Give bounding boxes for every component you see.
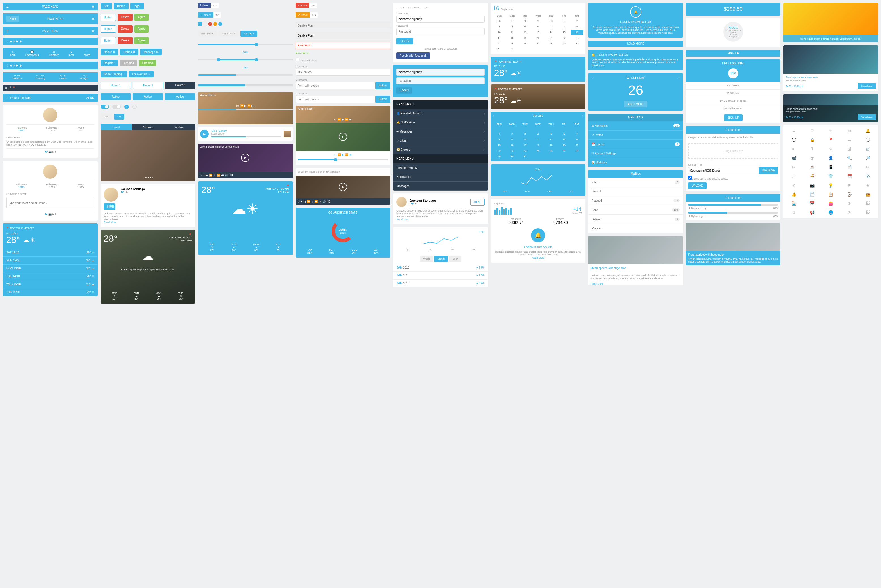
toggle-on[interactable] xyxy=(100,105,109,109)
checkbox[interactable] xyxy=(296,58,299,62)
add-icon[interactable]: ★Add xyxy=(69,50,74,57)
read-more[interactable]: Read More xyxy=(588,280,605,285)
cal-day[interactable]: 4 xyxy=(532,131,544,136)
cal-day[interactable]: 22 xyxy=(558,35,570,40)
cal-day[interactable]: 20 xyxy=(558,143,570,148)
cal-day[interactable]: 10 xyxy=(493,30,505,35)
dark-icon-bar[interactable]: ⚙ 🎤 📍 xyxy=(3,85,98,91)
error-input[interactable] xyxy=(296,42,391,49)
enabled-button[interactable]: Enabled xyxy=(139,60,156,66)
icon-bar-2[interactable]: ✎Edit 💬Comments ✉Contact ★Add ⋯More xyxy=(3,48,98,59)
add-tag[interactable]: Add Tag + xyxy=(240,31,258,36)
range-slider[interactable] xyxy=(198,56,293,63)
load-more-button[interactable]: LOAD MORE xyxy=(588,40,683,47)
cal-day[interactable]: 31 xyxy=(519,154,531,159)
tab-favorites[interactable]: Favorites xyxy=(132,124,164,130)
cal-day[interactable]: 23 xyxy=(506,148,518,153)
cal-day[interactable]: 28 xyxy=(571,148,583,153)
cal-day[interactable]: 15 xyxy=(558,30,570,35)
tab-month[interactable]: Month xyxy=(434,256,448,262)
file-path-input[interactable] xyxy=(688,167,759,174)
cal-day[interactable]: 3 xyxy=(519,131,531,136)
button[interactable]: Button xyxy=(100,14,116,21)
cal-day[interactable]: 29 xyxy=(493,154,505,159)
tab-latest[interactable]: Latest xyxy=(100,124,132,130)
read-more[interactable]: Read More xyxy=(397,218,409,221)
cal-day[interactable]: 3 xyxy=(493,24,505,29)
signup-button[interactable]: SIGN UP xyxy=(724,114,743,121)
hover-3[interactable]: Hover 3 xyxy=(165,82,195,89)
cal-day[interactable]: 5 xyxy=(519,24,531,29)
left-button[interactable]: Left xyxy=(100,3,112,9)
prev-month[interactable]: ‹ xyxy=(493,114,494,117)
menu-item[interactable]: Elizabeth Munoz xyxy=(393,164,488,172)
form-input[interactable] xyxy=(296,82,376,89)
mail-sent[interactable]: Sent184 xyxy=(588,206,683,215)
cal-day[interactable]: 7 xyxy=(545,24,557,29)
hover-1[interactable]: Hover 1 xyxy=(100,82,131,89)
video-controls[interactable]: ♡ + ⏮ ⏪ ⏸ ⏩ ⏭ 🔊 HD xyxy=(296,198,391,205)
checkbox[interactable]: ✓ xyxy=(198,22,202,26)
cal-day[interactable]: 24 xyxy=(493,41,505,46)
cal-day[interactable]: 7 xyxy=(571,131,583,136)
menu-item[interactable]: ✉ Messages› xyxy=(393,127,488,136)
hire-button[interactable]: HIRE xyxy=(104,203,115,210)
cal-day[interactable]: 13 xyxy=(558,137,570,142)
message-button[interactable]: Message ✉ xyxy=(140,49,162,55)
play-icon[interactable]: ▶ xyxy=(339,132,347,141)
cal-day[interactable]: 6 xyxy=(532,24,544,29)
cal-day[interactable]: 21 xyxy=(545,35,557,40)
menu-settings[interactable]: ⚙ Account Settings xyxy=(588,149,683,158)
cal-day[interactable]: 12 xyxy=(519,30,531,35)
on-toggle[interactable]: ON xyxy=(114,114,124,120)
active-1[interactable]: Active xyxy=(100,93,131,100)
menu-item[interactable]: Messages xyxy=(393,182,488,190)
form-button[interactable]: Button xyxy=(375,82,390,89)
cal-day[interactable]: 26 xyxy=(519,41,531,46)
cal-day[interactable]: 26 xyxy=(545,148,557,153)
play-button[interactable]: ▶ xyxy=(200,130,209,138)
tag-digital[interactable]: Digital Arts ✕ xyxy=(219,31,239,36)
pin-share[interactable]: P Share15K xyxy=(296,3,317,8)
upload-button[interactable]: UPLOAD xyxy=(688,182,707,189)
cal-day[interactable]: 5 xyxy=(545,131,557,136)
prev-day[interactable]: ‹ xyxy=(592,76,592,80)
mail-starred[interactable]: Starred xyxy=(588,187,683,196)
cal-day[interactable]: 19 xyxy=(519,35,531,40)
video-controls[interactable]: ♡ + ⏮ ⏪ ⏸ ⏩ ⏭ 🔊 HD xyxy=(198,172,293,178)
radio-icon[interactable] xyxy=(132,105,137,109)
minus-icon[interactable] xyxy=(213,22,217,26)
username-input[interactable] xyxy=(397,69,484,76)
title-input[interactable] xyxy=(296,69,391,76)
menu-item[interactable]: ♡ Likes› xyxy=(393,136,488,145)
cal-day[interactable]: 10 xyxy=(519,137,531,142)
menu-invites[interactable]: ↗ Invites xyxy=(588,130,683,140)
cal-day[interactable]: 18 xyxy=(506,35,518,40)
cal-day[interactable]: 9 xyxy=(571,24,583,29)
play-icon[interactable]: ▶ xyxy=(339,183,347,191)
menu-events[interactable]: 📅 Events5 xyxy=(588,140,683,149)
cal-day[interactable]: 27 xyxy=(558,148,570,153)
cal-day[interactable]: 27 xyxy=(532,41,544,46)
cal-day[interactable]: 21 xyxy=(571,143,583,148)
menu-item[interactable]: 🧭 Explore› xyxy=(393,145,488,154)
fb-share[interactable]: f Share15K xyxy=(198,3,219,8)
right-button[interactable]: Right xyxy=(130,3,144,9)
cal-day[interactable]: 29 xyxy=(532,18,544,24)
cal-day[interactable]: 1 xyxy=(493,131,505,136)
tweet-input[interactable] xyxy=(6,197,94,208)
cal-day[interactable]: 1 xyxy=(558,18,570,24)
toggle-off[interactable] xyxy=(112,105,121,109)
cal-day[interactable]: 26 xyxy=(493,18,505,24)
login-button[interactable]: LOGIN xyxy=(397,38,414,45)
read-more[interactable]: Read More xyxy=(592,64,604,67)
tab-year[interactable]: Year xyxy=(449,256,461,262)
or-share[interactable]: ↗ Share15K xyxy=(296,12,318,18)
cal-day[interactable]: 30 xyxy=(506,154,518,159)
cal-day[interactable]: 12 xyxy=(545,137,557,142)
cal-day[interactable]: 16 xyxy=(571,30,583,35)
menu-item[interactable]: Notification xyxy=(393,172,488,182)
cal-day[interactable]: 24 xyxy=(519,148,531,153)
shop-button[interactable]: Go to Shoping › xyxy=(100,71,127,77)
more-icon[interactable]: ⋯More xyxy=(84,50,90,57)
